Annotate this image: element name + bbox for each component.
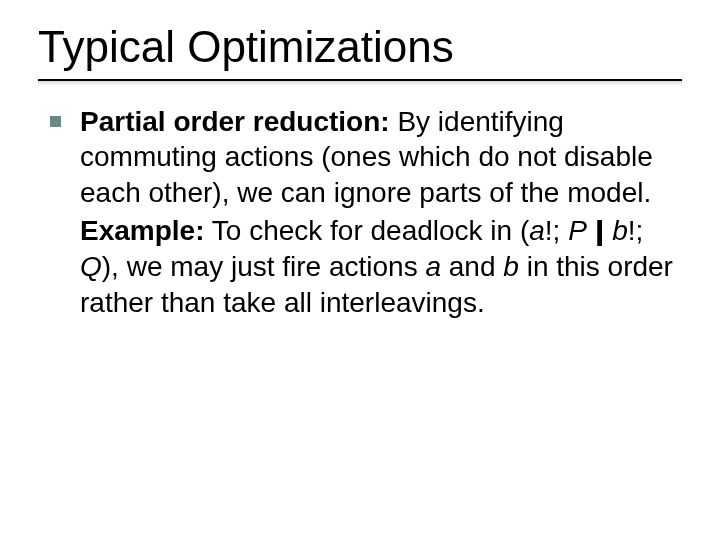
slide: Typical Optimizations Partial order redu… (0, 0, 720, 540)
var-P: P (568, 215, 587, 246)
bullet-item: Partial order reduction: By identifying … (80, 104, 682, 211)
example-text-3: !; (628, 215, 644, 246)
example-paragraph: Example: To check for deadlock in (a!; P… (80, 213, 682, 320)
bullet-square-icon (50, 116, 61, 127)
slide-title: Typical Optimizations (38, 22, 682, 73)
example-text-2: !; (545, 215, 568, 246)
example-text-4: ), we may just fire actions (102, 251, 426, 282)
example-text-5: and (441, 251, 503, 282)
var-Q: Q (80, 251, 102, 282)
title-shadow (38, 81, 682, 86)
parallel-operator-icon: ||| (595, 213, 605, 249)
space-1 (587, 215, 595, 246)
example-text-1: To check for deadlock in ( (205, 215, 530, 246)
var-b2: b (503, 251, 519, 282)
example-lead: Example: (80, 215, 205, 246)
bullet-lead: Partial order reduction: (80, 106, 390, 137)
slide-body: Partial order reduction: By identifying … (38, 104, 682, 321)
var-a2: a (425, 251, 441, 282)
var-b: b (612, 215, 628, 246)
var-a: a (529, 215, 545, 246)
